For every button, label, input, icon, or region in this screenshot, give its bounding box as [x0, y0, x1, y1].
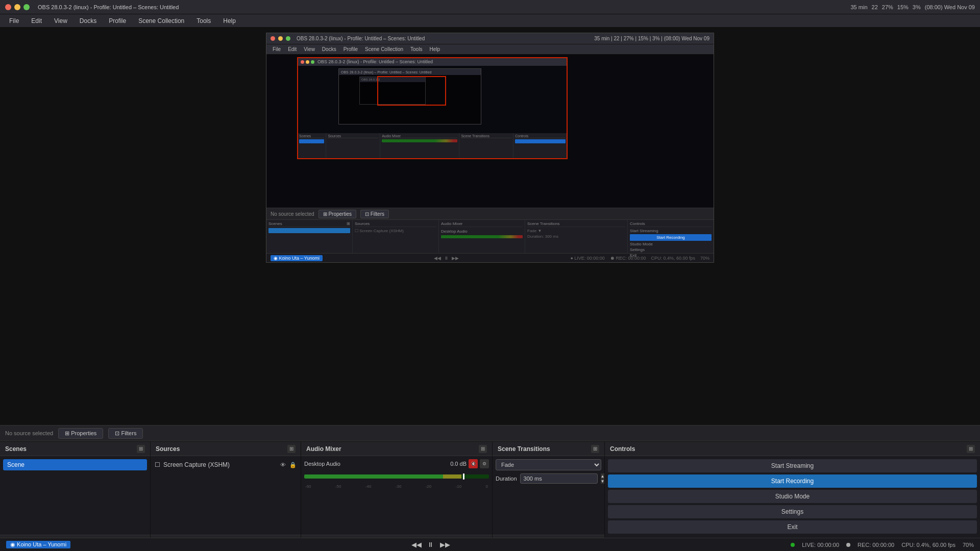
scene-item[interactable]: Scene: [3, 459, 147, 470]
settings-btn[interactable]: Settings: [608, 505, 977, 518]
inner-menu-scene-collection[interactable]: Scene Collection: [362, 46, 406, 53]
inner-live: ● LIVE: 00:00:00: [570, 256, 604, 261]
frames2-display: 27%: [882, 4, 893, 10]
status-dot-live: [791, 543, 795, 547]
transitions-panel-icon-btn[interactable]: ⊞: [591, 445, 599, 453]
inner-sources-panel: Sources ☐ Screen Capture (XSHM): [353, 220, 439, 253]
menu-bar: File Edit View Docks Profile Scene Colle…: [0, 14, 980, 28]
transitions-panel-icons: ⊞: [591, 445, 599, 453]
inner-filters-btn[interactable]: ⊡ Filters: [360, 210, 389, 218]
tick-20: -20: [426, 484, 432, 489]
innermost-obs-tb: OBS 28.0.3-2 (linux) – Profile: Untitled…: [339, 69, 481, 75]
scenes-panel-icons: ⊞: [137, 445, 145, 453]
inner-zoom: 70%: [700, 256, 709, 261]
audio-channel-name: Desktop Audio: [304, 461, 340, 467]
preview-area: OBS 28.0.3-2 (linux) - Profile: Untitled…: [0, 28, 980, 425]
inner-menu-edit[interactable]: Edit: [285, 46, 300, 53]
inner-play-next[interactable]: ▶▶: [452, 256, 459, 261]
inner-menu-file[interactable]: File: [270, 46, 284, 53]
audio-panel-header: Audio Mixer ⊞: [301, 442, 492, 456]
controls-panel-header: Controls ⊞: [605, 442, 980, 456]
audio-panel-content: Desktop Audio 0.0 dB 🔇 ⚙: [301, 456, 492, 535]
menu-docks[interactable]: Docks: [75, 16, 102, 26]
live-label: LIVE: 00:00:00: [802, 542, 839, 548]
inner-audio-panel: Audio Mixer Desktop Audio: [439, 220, 525, 253]
inner-obs-content: OBS 28.0.3-2 (linux) – Profile: Untitled…: [298, 66, 567, 159]
rec-label: REC: 00:00:00: [857, 542, 894, 548]
inner-menu-tools[interactable]: Tools: [407, 46, 425, 53]
audio-tick-marks: -60 -50 -40 -30 -20 -10 0: [304, 484, 489, 489]
inner-menu-profile[interactable]: Profile: [340, 46, 361, 53]
menu-scene-collection[interactable]: Scene Collection: [133, 16, 189, 26]
sources-panel-icon-btn[interactable]: ⊞: [287, 445, 296, 453]
desktop-audio-channel: Desktop Audio 0.0 dB 🔇 ⚙: [304, 459, 489, 489]
audio-mixer-panel: Audio Mixer ⊞ Desktop Audio 0.0 dB 🔇 ⚙: [301, 442, 493, 551]
obs-preview-window: OBS 28.0.3-2 (linux) - Profile: Untitled…: [266, 33, 714, 263]
filters-button[interactable]: ⊡ Filters: [108, 428, 143, 439]
title-bar: OBS 28.0.3-2 (linux) - Profile: Untitled…: [0, 0, 980, 14]
sources-panel: Sources ⊞ ☐ Screen Capture (XSHM) 👁 🔒 + …: [151, 442, 301, 551]
play-prev-btn[interactable]: ◀◀: [411, 540, 422, 550]
scenes-panel-content: Scene: [0, 456, 150, 535]
menu-tools[interactable]: Tools: [191, 16, 216, 26]
tick-0: 0: [486, 484, 488, 489]
minimize-dot[interactable]: [14, 4, 20, 10]
inner-obs-titlebar: OBS 28.0.3-2 (linux) - Profile: Untitled…: [298, 58, 567, 66]
source-item-screen-capture[interactable]: ☐ Screen Capture (XSHM) 👁 🔒: [154, 459, 298, 470]
sources-panel-title: Sources: [156, 445, 180, 453]
inner-play-prev[interactable]: ◀◀: [434, 256, 441, 261]
menu-view[interactable]: View: [49, 16, 72, 26]
source-lock-btn[interactable]: 🔒: [289, 461, 297, 468]
inner-play-pause[interactable]: ⏸: [444, 256, 449, 261]
studio-mode-btn[interactable]: Studio Mode: [608, 490, 977, 503]
duration-input[interactable]: [520, 473, 598, 484]
source-monitor-icon: ☐: [155, 461, 160, 468]
audio-fader[interactable]: [304, 472, 489, 482]
audio-db-label: 0.0 dB: [450, 461, 467, 467]
audio-panel-title: Audio Mixer: [306, 445, 341, 453]
title-bar-right: 35 min 22 27% 15% 3% (08:00) Wed Nov 09: [851, 4, 975, 10]
inner-menu-view[interactable]: View: [301, 46, 318, 53]
audio-channel-header: Desktop Audio 0.0 dB 🔇 ⚙: [304, 459, 489, 468]
scenes-panel-title: Scenes: [5, 445, 27, 453]
audio-mute-btn[interactable]: 🔇: [469, 459, 478, 468]
audio-panel-icon-btn[interactable]: ⊞: [479, 445, 487, 453]
close-dot[interactable]: [5, 4, 11, 10]
menu-file[interactable]: File: [4, 16, 24, 26]
inner-menu-help[interactable]: Help: [426, 46, 443, 53]
mem-display: 3%: [913, 4, 921, 10]
play-next-btn[interactable]: ▶▶: [440, 540, 450, 550]
cpu-display: 15%: [897, 4, 909, 10]
controls-panel-icon-btn[interactable]: ⊞: [967, 445, 975, 453]
maximize-dot[interactable]: [23, 4, 30, 10]
play-pause-btn[interactable]: ⏸: [426, 540, 436, 550]
inner-menu-docks[interactable]: Docks: [319, 46, 339, 53]
menu-help[interactable]: Help: [218, 16, 241, 26]
exit-btn[interactable]: Exit: [608, 520, 977, 534]
tick-60: -60: [305, 484, 311, 489]
window-title: OBS 28.0.3-2 (linux) - Profile: Untitled…: [38, 4, 179, 10]
menu-edit[interactable]: Edit: [26, 16, 47, 26]
status-dot-rec: [846, 543, 850, 547]
start-streaming-btn[interactable]: Start Streaming: [608, 459, 977, 472]
sources-panel-content: ☐ Screen Capture (XSHM) 👁 🔒: [151, 456, 301, 535]
obs-preview-menubar: File Edit View Docks Profile Scene Colle…: [266, 44, 714, 55]
source-eye-btn[interactable]: 👁: [279, 461, 286, 468]
transitions-type-select[interactable]: Fade Cut Swipe Slide: [496, 459, 601, 470]
controls-panel: Controls ⊞ Start Streaming Start Recordi…: [605, 442, 980, 551]
innermost-content: OBS 28.0.3-2: [339, 75, 481, 124]
properties-button[interactable]: ⊞ Properties: [58, 428, 103, 439]
sources-panel-icons: ⊞: [287, 445, 296, 453]
audio-gear-btn[interactable]: ⚙: [480, 459, 489, 468]
inner-transitions-panel: Scene Transitions Fade ▼ Duration: 300 m…: [525, 220, 628, 253]
deep-obs-content: [360, 82, 425, 104]
duration-increment[interactable]: ▲: [601, 473, 604, 479]
inner-properties-btn[interactable]: ⊞ Properties: [318, 210, 356, 218]
duration-decrement[interactable]: ▼: [601, 479, 604, 484]
start-recording-btn[interactable]: Start Recording: [608, 474, 977, 488]
scene-transitions-panel: Scene Transitions ⊞ Fade Cut Swipe Slide…: [493, 442, 605, 551]
inner-rec: ⏺ REC: 00:00:00: [610, 256, 646, 261]
menu-profile[interactable]: Profile: [104, 16, 131, 26]
zoom-label: 70%: [963, 542, 974, 548]
scenes-panel-icon-btn[interactable]: ⊞: [137, 445, 145, 453]
